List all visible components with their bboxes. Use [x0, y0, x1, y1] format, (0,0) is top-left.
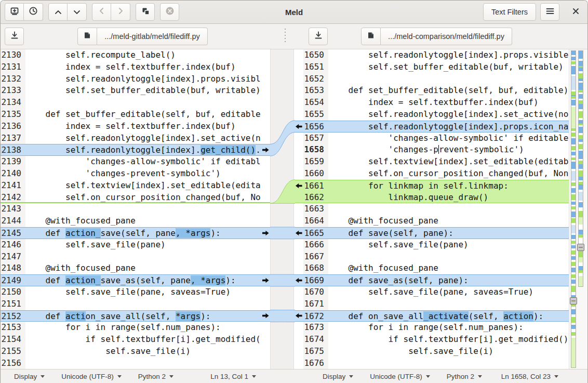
code-text[interactable]: def action_save_as(self, pane, *args):	[25, 275, 261, 286]
code-line: 1670 self.save_file(pane, saveas=True)	[294, 286, 569, 298]
new-comparison-button[interactable]	[5, 3, 24, 21]
left-text-pane[interactable]: 2130 self.recompute_label()2131 index = …	[1, 49, 270, 369]
code-text[interactable]: @with_focused_pane	[328, 262, 569, 274]
code-text[interactable]: def set_buffer_editable(self, buf, edita…	[25, 109, 261, 121]
code-text[interactable]	[328, 298, 569, 310]
chunk-map-left[interactable]	[571, 50, 576, 368]
code-text[interactable]: def on_save_all_activate(self, action):	[328, 311, 569, 322]
line-number: 1653	[303, 85, 328, 97]
code-text[interactable]: 'changes-prevent-symbolic')	[25, 168, 261, 180]
code-text[interactable]: def save(self, pane):	[328, 228, 569, 239]
code-text[interactable]	[328, 251, 569, 263]
text-filters-button[interactable]: Text Filters	[483, 3, 536, 21]
code-text[interactable]: 'changes-allow-symbolic' if editable els…	[25, 156, 261, 168]
code-text[interactable]: def set_buffer_editable(self, buf, edita…	[328, 85, 569, 97]
code-text[interactable]: for linkmap in self.linkmap:	[328, 180, 569, 192]
code-text[interactable]: self.readonlytoggle[index].props.visible…	[328, 49, 569, 61]
minimap-scroll-handle[interactable]	[570, 297, 577, 305]
open-file-right-button[interactable]	[361, 28, 381, 45]
encoding-dropdown-right[interactable]: Unicode (UTF-8)	[370, 373, 430, 380]
push-change-left-button[interactable]	[294, 121, 303, 132]
push-change-left-button[interactable]	[294, 311, 303, 322]
code-text[interactable]: 'changes-prevent-symbolic')	[328, 144, 569, 156]
code-text[interactable]: 'changes-allow-symbolic' if editable els…	[328, 133, 569, 144]
syntax-dropdown-left[interactable]: Python 2	[138, 373, 173, 380]
recent-comparisons-button[interactable]	[24, 3, 43, 21]
file-path-left[interactable]: .../meld-gitlab/meld/filediff.py	[97, 28, 207, 45]
code-text[interactable]	[25, 97, 261, 109]
code-text[interactable]: self.readonlytoggle[index].props.icon_na…	[328, 121, 569, 132]
push-change-right-button[interactable]	[261, 311, 270, 322]
code-text[interactable]: self.save_file(i)	[328, 346, 569, 358]
code-text[interactable]: self.save_file(i)	[25, 346, 261, 358]
display-dropdown-right[interactable]: Display	[323, 373, 353, 380]
cursor-position-left[interactable]: Ln 13, Col 1	[210, 373, 256, 380]
right-text-pane[interactable]: 1650 self.readonlytoggle[index].props.vi…	[294, 49, 569, 369]
code-text[interactable]: index = self.textbuffer.index(buf)	[328, 97, 569, 109]
menu-button[interactable]	[540, 3, 559, 21]
save-left-button[interactable]	[5, 28, 24, 45]
line-number: 1669	[303, 275, 328, 286]
overview-map[interactable]	[569, 49, 587, 369]
code-text[interactable]: self.save_file(pane, saveas=True)	[328, 286, 569, 298]
push-change-right-button[interactable]	[261, 275, 270, 286]
code-text[interactable]: linkmap.queue_draw()	[328, 192, 569, 203]
minimap-segment	[579, 170, 583, 177]
code-text[interactable]: self.on_cursor_position_changed(buf, Non…	[25, 192, 261, 203]
code-text[interactable]: self.textview[index].set_editable(editab…	[328, 156, 569, 168]
syntax-dropdown-right[interactable]: Python 2	[447, 373, 482, 380]
code-text[interactable]: def action_save_all(self, *args):	[25, 311, 261, 322]
code-text[interactable]	[25, 298, 261, 310]
open-file-left-button[interactable]	[77, 28, 97, 45]
code-line: 2142 self.on_cursor_position_changed(buf…	[1, 192, 270, 204]
code-text[interactable]: self.readonlytoggle[index].props.visible…	[25, 73, 261, 85]
code-text[interactable]: self.readonlytoggle[index].get_child().p…	[25, 144, 261, 155]
previous-change-button[interactable]	[48, 3, 68, 21]
code-text[interactable]: self.recompute_label()	[25, 49, 261, 61]
push-change-left-button[interactable]	[294, 180, 303, 192]
code-text[interactable]: @with_focused_pane	[328, 215, 569, 227]
code-text[interactable]: self.save_file(pane)	[328, 239, 569, 251]
code-text[interactable]: self.save_file(pane)	[25, 239, 261, 251]
minimap-scroll-handle[interactable]	[577, 244, 584, 251]
code-text[interactable]: def action_save(self, pane, *args):	[25, 228, 261, 239]
file-path-right[interactable]: .../meld-comparison/meld/filediff.py	[381, 28, 512, 45]
code-text[interactable]: index = self.textbuffer.index(buf)	[25, 121, 261, 133]
code-text[interactable]: if self.textbuffer[i].get_modified():	[25, 334, 261, 346]
cursor-position-right[interactable]: Ln 1658, Col 23	[501, 373, 558, 380]
code-text[interactable]: self.set_buffer_editable(buf, writable)	[328, 61, 569, 73]
code-text[interactable]: self.on_cursor_position_changed(buf, Non…	[328, 168, 569, 180]
save-right-button[interactable]	[309, 28, 328, 45]
code-text[interactable]: self.readonlytoggle[index].set_active(no…	[25, 133, 261, 144]
line-number: 2135	[1, 109, 25, 121]
code-text[interactable]: @with_focused_pane	[25, 215, 261, 227]
code-text[interactable]: index = self.textbuffer.index(buf)	[25, 61, 261, 73]
code-text[interactable]: self.save_file(pane, saveas=True)	[25, 286, 261, 298]
code-text[interactable]: self.textview[index].set_editable(editab…	[25, 180, 261, 192]
chunk-map-right[interactable]	[578, 50, 583, 287]
code-text[interactable]	[328, 358, 569, 369]
window-close-button[interactable]	[568, 4, 583, 20]
copy-button[interactable]	[136, 3, 155, 21]
close-icon	[572, 7, 579, 17]
push-change-left-button[interactable]	[294, 275, 303, 286]
code-text[interactable]	[328, 73, 569, 85]
code-text[interactable]: self.set_buffer_editable(buf, writable)	[25, 85, 261, 97]
code-text[interactable]	[25, 251, 261, 263]
code-text[interactable]	[25, 358, 261, 369]
code-text[interactable]: @with_focused_pane	[25, 262, 261, 274]
push-change-right-button[interactable]	[261, 228, 270, 239]
encoding-dropdown-left[interactable]: Unicode (UTF-8)	[61, 373, 122, 380]
code-text[interactable]: for i in range(self.num_panes):	[25, 322, 261, 334]
code-text[interactable]	[25, 203, 261, 215]
code-text[interactable]: def save_as(self, pane):	[328, 275, 569, 286]
code-text[interactable]: for i in range(self.num_panes):	[328, 322, 569, 334]
push-change-right-button[interactable]	[261, 144, 270, 155]
code-text[interactable]: if self.textbuffer[i].get_modified():	[328, 334, 569, 346]
code-text[interactable]: self.readonlytoggle[index].set_active(no…	[328, 109, 569, 121]
push-change-left-button[interactable]	[294, 228, 303, 239]
code-text[interactable]	[328, 203, 569, 215]
next-change-button[interactable]	[68, 3, 87, 21]
code-line: 1668 @with_focused_pane	[294, 262, 569, 274]
display-dropdown-left[interactable]: Display	[14, 373, 45, 380]
